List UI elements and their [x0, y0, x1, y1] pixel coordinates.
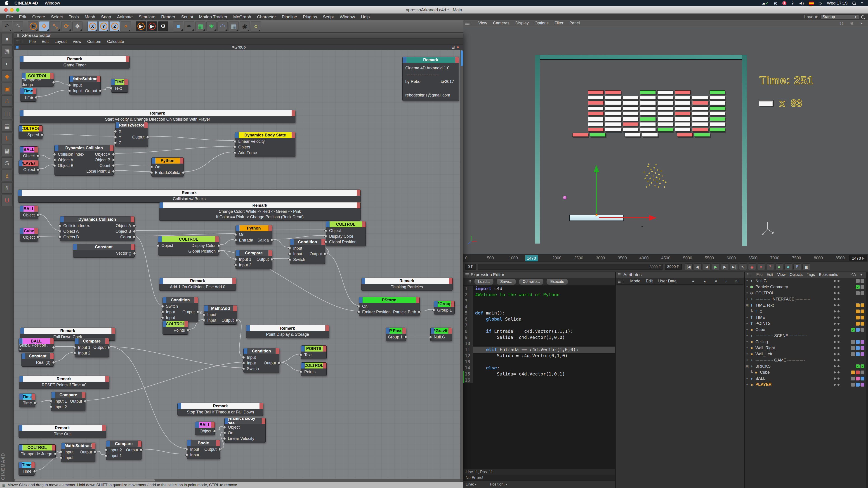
expression-editor-header[interactable]: Expression Editor — [463, 272, 615, 278]
save-button[interactable]: Save... — [496, 279, 516, 285]
tag-icon[interactable] — [851, 352, 855, 356]
xpresso-node-reals2vector[interactable]: Reals2VectorXYOutputZ — [115, 122, 148, 147]
code-line[interactable]: 8 if Entrada == c4d.Vector(1,1,1): — [463, 328, 615, 334]
output-port[interactable] — [187, 329, 190, 332]
panel-separator[interactable] — [744, 272, 745, 488]
object-row[interactable]: •■Ceiling — [745, 339, 866, 345]
input-port[interactable] — [234, 239, 237, 242]
viewport-layout-icon[interactable]: ⊟ — [847, 21, 856, 25]
last-tool-icon[interactable]: ✥ — [72, 21, 83, 31]
panel-grip-icon[interactable] — [465, 273, 469, 276]
visibility-dots[interactable] — [834, 292, 839, 294]
subdivision-surface-icon[interactable]: ▦ — [195, 21, 206, 31]
tag-icon[interactable] — [861, 346, 864, 350]
visibility-dots[interactable] — [834, 280, 839, 282]
input-port[interactable] — [358, 311, 360, 314]
tag-icon[interactable] — [856, 352, 860, 356]
input-port[interactable] — [60, 456, 63, 459]
input-port[interactable] — [234, 140, 237, 143]
polygons-mode-icon[interactable]: ▤ — [1, 120, 13, 131]
input-port[interactable] — [161, 316, 164, 319]
magnet-icon[interactable]: U — [1, 195, 13, 206]
object-row[interactable]: ⊟TTIME.Text — [745, 302, 866, 308]
xpresso-node-time[interactable]: TIMEText — [111, 79, 128, 93]
visibility-dots[interactable] — [834, 304, 839, 306]
output-port[interactable] — [196, 311, 199, 314]
live-selection-icon[interactable]: ➤ — [28, 21, 38, 31]
tag-icon[interactable] — [856, 310, 860, 313]
xpresso-menu-calculate[interactable]: Calculate — [104, 39, 127, 44]
execute-button[interactable]: Execute — [546, 279, 568, 285]
code-line[interactable]: 15 Salida= c4d.Vector(1,0,1) — [463, 371, 615, 377]
tag-icon[interactable] — [861, 285, 864, 289]
object-name[interactable]: BALL — [755, 376, 765, 381]
menu-sculpt[interactable]: Sculpt — [178, 14, 196, 20]
remark-node[interactable]: RemarkGame Timer — [20, 56, 129, 69]
render-settings-icon[interactable]: ⚙ — [158, 21, 168, 31]
keyframe-lock-button[interactable]: ▣ — [802, 263, 810, 270]
input-port[interactable] — [59, 230, 61, 233]
visibility-dots[interactable] — [834, 298, 839, 300]
object-name[interactable]: Wall_Right — [755, 346, 775, 350]
output-port[interactable] — [133, 230, 136, 233]
object-name[interactable]: POINTS — [755, 321, 771, 326]
input-port[interactable] — [150, 166, 153, 168]
object-name[interactable]: ----------- INTERFACE ----------- — [755, 297, 810, 302]
xpresso-menu-edit[interactable]: Edit — [39, 39, 52, 44]
tag-icon[interactable] — [861, 303, 864, 307]
tag-icon[interactable] — [861, 328, 864, 332]
move-tool-icon[interactable]: ✥ — [39, 21, 49, 31]
menu-edit[interactable]: Edit — [16, 14, 29, 20]
xpresso-node-math-add[interactable]: Math:AddInputInputOutput — [204, 305, 237, 325]
code-line[interactable]: 6 global Salida — [463, 316, 615, 322]
visibility-dots[interactable] — [834, 347, 839, 349]
output-port[interactable] — [133, 224, 136, 227]
xpresso-node-coltrol[interactable]: COLTROLObjectDisplay ColorGlobal Positio… — [326, 221, 366, 246]
input-port[interactable] — [68, 90, 71, 92]
tag-icon[interactable] — [861, 279, 864, 283]
tag-icon[interactable] — [861, 370, 864, 375]
output-port[interactable] — [41, 133, 44, 136]
visibility-dots[interactable] — [834, 341, 839, 343]
tag-icon[interactable] — [856, 291, 860, 295]
render-picture-viewer-icon[interactable]: ▶ — [147, 21, 157, 31]
tag-icon[interactable] — [861, 291, 864, 295]
record-options-button[interactable]: ? — [766, 263, 774, 270]
xpresso-node-constant[interactable]: ConstantVector () — [73, 244, 135, 258]
object-row[interactable]: •●BALL — [745, 376, 866, 382]
output-port[interactable] — [271, 239, 274, 242]
visibility-dots[interactable] — [834, 371, 839, 373]
input-port[interactable] — [223, 431, 226, 434]
python-code-editor[interactable]: 1import c4d2#Welcome to the world of Pyt… — [463, 286, 615, 469]
output-port[interactable] — [37, 155, 39, 158]
next-frame-button[interactable]: ▶ — [721, 263, 729, 270]
tag-icon[interactable] — [851, 383, 855, 387]
xpresso-node-coltrol[interactable]: COLTROLTiempo de Juego — [19, 445, 56, 458]
output-port[interactable] — [35, 96, 38, 99]
prev-key-button[interactable]: ◀| — [694, 263, 702, 270]
lock-icon[interactable]: ⚿ — [1, 182, 13, 194]
compile-button[interactable]: Compile... — [519, 279, 544, 285]
visibility-dots[interactable] — [834, 384, 839, 386]
object-name[interactable]: ------------- SCENE ------------- — [755, 333, 807, 338]
key-position-button[interactable]: ◆ — [775, 263, 783, 270]
layout-search-icon[interactable] — [861, 15, 864, 19]
input-port[interactable] — [242, 367, 245, 370]
object-name[interactable]: Particle Geometry — [755, 285, 788, 289]
xpresso-node-dynamics-collision[interactable]: Dynamics CollisionCollision IndexObject … — [60, 216, 134, 241]
xpresso-node-math-subtract[interactable]: Math:SubtractInputOutputInput — [61, 443, 95, 462]
remark-node[interactable]: RemarkStop The Ball if Timeout or Fall D… — [178, 403, 264, 416]
input-port[interactable] — [432, 309, 435, 312]
tag-icon[interactable] — [861, 352, 864, 356]
input-port[interactable] — [73, 352, 76, 355]
add-cube-icon[interactable]: ■ — [173, 21, 183, 31]
object-row[interactable]: •⌖Null.G — [745, 278, 866, 284]
menu-mesh[interactable]: Mesh — [82, 14, 98, 20]
tag-icon[interactable] — [856, 279, 860, 283]
xpresso-menu-layout[interactable]: Layout — [52, 39, 70, 44]
input-port[interactable] — [114, 130, 117, 133]
xpresso-node-condition[interactable]: ConditionInputInputOutputSwitch — [243, 348, 279, 373]
output-port[interactable] — [52, 346, 55, 349]
xpresso-node-coltrol[interactable]: COLTROLSpeed — [19, 125, 42, 139]
xpresso-node-time[interactable]: TimeTime — [19, 462, 35, 476]
